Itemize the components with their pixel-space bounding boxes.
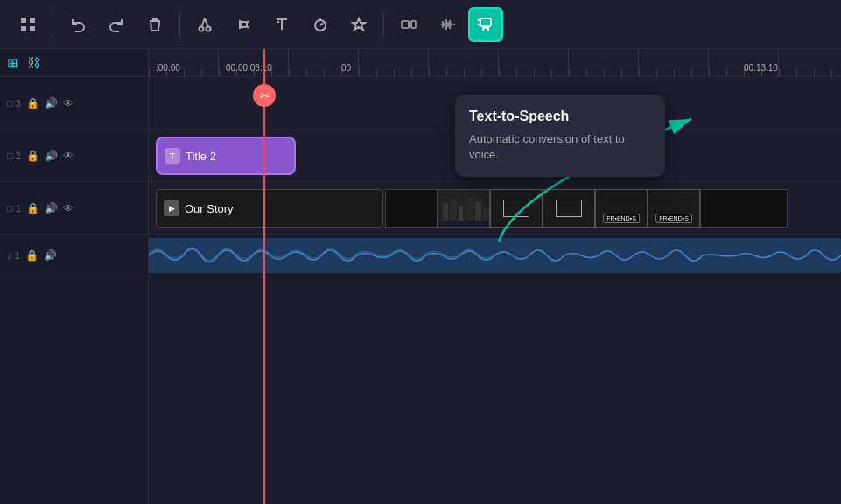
header-icons: ⊞ ⛓ <box>0 49 148 77</box>
audio1-num: ♪ 1 <box>7 250 20 261</box>
clip-title2-label: Title 2 <box>186 150 216 163</box>
track3-eye-icon[interactable]: 👁 <box>63 97 74 109</box>
film-frame-2 <box>438 189 490 228</box>
redo-button[interactable] <box>99 7 134 42</box>
divider3 <box>383 12 384 37</box>
film-frame-4 <box>543 189 595 228</box>
timeline-ruler[interactable]: :00:00 00:00:03:10 00 00:13:10 <box>149 49 841 77</box>
divider2 <box>179 12 180 37</box>
svg-rect-3 <box>30 26 35 32</box>
svg-point-5 <box>207 26 211 31</box>
divider1 <box>53 12 53 37</box>
tooltip-description: Automatic conversion of text to voice. <box>469 131 651 163</box>
effects-button[interactable] <box>341 7 376 42</box>
film-frame-3 <box>490 189 543 228</box>
ruler-time-0: :00:00 <box>156 63 180 73</box>
add-track-icon[interactable]: ⊞ <box>7 55 18 71</box>
track1-eye-icon[interactable]: 👁 <box>63 202 74 214</box>
svg-line-7 <box>205 18 208 27</box>
svg-rect-2 <box>21 26 26 32</box>
svg-line-16 <box>320 23 323 25</box>
track1-num: □ 1 <box>7 203 21 214</box>
playhead-scissor-icon: ✂ <box>253 84 276 107</box>
audio-waveform: waveform bars <box>149 238 841 273</box>
main-area: ⊞ ⛓ □ 3 🔒 🔊 👁 □ 2 🔒 🔊 👁 □ 1 🔒 🔊 👁 ♪ 1 <box>0 49 841 504</box>
ruler-time-end: 00:13:10 <box>744 63 778 73</box>
svg-rect-1 <box>30 18 35 23</box>
track2-lock-icon[interactable]: 🔒 <box>26 150 39 162</box>
svg-rect-0 <box>21 18 26 23</box>
playhead-line: ✂ <box>263 77 265 504</box>
multicam-button[interactable] <box>391 7 426 42</box>
undo-button[interactable] <box>60 7 95 42</box>
svg-line-10 <box>247 26 249 28</box>
clip-title2[interactable]: T Title 2 <box>156 136 296 175</box>
svg-line-9 <box>247 21 249 23</box>
track-labels: ⊞ ⛓ □ 3 🔒 🔊 👁 □ 2 🔒 🔊 👁 □ 1 🔒 🔊 👁 ♪ 1 <box>0 49 149 504</box>
timeline-area: :00:00 00:00:03:10 00 00:13:10 ✂ T Title <box>149 49 841 504</box>
cut-button[interactable] <box>187 7 222 42</box>
track-label-3: □ 3 🔒 🔊 👁 <box>0 77 148 130</box>
delete-button[interactable] <box>137 7 172 42</box>
audio-button[interactable] <box>226 7 261 42</box>
svg-rect-21 <box>411 21 416 28</box>
film-frame-6: FR•END•S <box>648 189 700 228</box>
clip-play-icon: ▶ <box>164 200 179 216</box>
waveform-button[interactable] <box>430 7 465 42</box>
timer-button[interactable] <box>303 7 338 42</box>
svg-line-32 <box>478 19 480 21</box>
toolbar <box>0 0 841 49</box>
clip-title2-icon: T <box>165 148 180 164</box>
track-row-1[interactable]: ▶ Our Story <box>149 182 841 234</box>
link-icon[interactable]: ⛓ <box>27 55 40 70</box>
svg-line-6 <box>201 18 205 27</box>
grid-button[interactable] <box>11 7 46 42</box>
track-row-audio1[interactable]: waveform bars <box>149 234 841 276</box>
tts-button[interactable] <box>468 7 503 42</box>
tooltip-popup: Text-to-Speech Automatic conversion of t… <box>455 94 665 177</box>
tooltip-title: Text-to-Speech <box>469 108 651 124</box>
film-frame-5: FR•END•S <box>595 189 648 228</box>
svg-point-4 <box>200 26 204 31</box>
track2-audio-icon[interactable]: 🔊 <box>45 150 58 162</box>
svg-rect-18 <box>402 21 409 28</box>
track-label-1: □ 1 🔒 🔊 👁 <box>0 182 148 234</box>
ruler-playhead <box>263 49 265 77</box>
track2-num: □ 2 <box>7 150 21 161</box>
ruler-time-mid: 00 <box>341 63 351 73</box>
filmstrip: FR•END•S FR•END•S <box>385 189 841 228</box>
track1-lock-icon[interactable]: 🔒 <box>26 202 39 214</box>
track2-eye-icon[interactable]: 👁 <box>63 150 74 162</box>
film-frame-1 <box>385 189 438 228</box>
track1-audio-icon[interactable]: 🔊 <box>45 202 58 214</box>
track-label-audio1: ♪ 1 🔒 🔊 <box>0 234 148 276</box>
track3-lock-icon[interactable]: 🔒 <box>26 97 39 109</box>
audio1-lock-icon[interactable]: 🔒 <box>25 249 39 262</box>
svg-marker-17 <box>353 18 365 30</box>
svg-rect-41 <box>438 220 490 228</box>
film-frame-7 <box>700 189 788 228</box>
clip-ourstory[interactable]: ▶ Our Story <box>156 189 383 228</box>
track3-num: □ 3 <box>7 98 21 108</box>
svg-rect-30 <box>480 18 491 26</box>
track3-audio-icon[interactable]: 🔊 <box>45 97 58 109</box>
track-label-2: □ 2 🔒 🔊 👁 <box>0 130 148 182</box>
audio1-audio-icon[interactable]: 🔊 <box>44 249 57 262</box>
text-button[interactable] <box>264 7 299 42</box>
clip-ourstory-label: Our Story <box>185 202 234 215</box>
svg-line-33 <box>478 24 480 25</box>
